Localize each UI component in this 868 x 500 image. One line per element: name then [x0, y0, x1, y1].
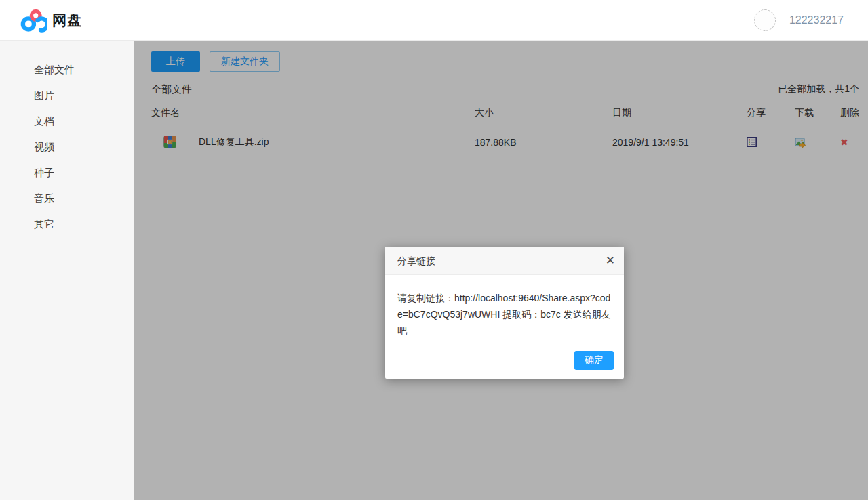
close-icon[interactable]: ✕ [606, 247, 615, 275]
avatar [754, 9, 776, 31]
sidebar-item-videos[interactable]: 视频 [0, 134, 134, 160]
username: 122232217 [789, 14, 844, 26]
app-title: 网盘 [52, 11, 82, 30]
share-link-text: 请复制链接：http://localhost:9640/Share.aspx?c… [385, 275, 624, 351]
sidebar-item-documents[interactable]: 文档 [0, 108, 134, 134]
confirm-button[interactable]: 确定 [574, 351, 614, 370]
logo-cloud-icon [20, 8, 47, 33]
sidebar: 全部文件 图片 文档 视频 种子 音乐 其它 [0, 41, 134, 500]
top-header: 网盘 122232217 [0, 0, 868, 41]
dialog-title: 分享链接 [397, 255, 435, 266]
user-menu[interactable]: 122232217 [754, 0, 844, 41]
sidebar-item-torrents[interactable]: 种子 [0, 160, 134, 186]
sidebar-item-all-files[interactable]: 全部文件 [0, 57, 134, 83]
app-logo: 网盘 [20, 8, 82, 33]
sidebar-item-other[interactable]: 其它 [0, 211, 134, 237]
sidebar-item-images[interactable]: 图片 [0, 83, 134, 108]
share-link-dialog: 分享链接 ✕ 请复制链接：http://localhost:9640/Share… [385, 247, 624, 379]
sidebar-item-music[interactable]: 音乐 [0, 186, 134, 211]
